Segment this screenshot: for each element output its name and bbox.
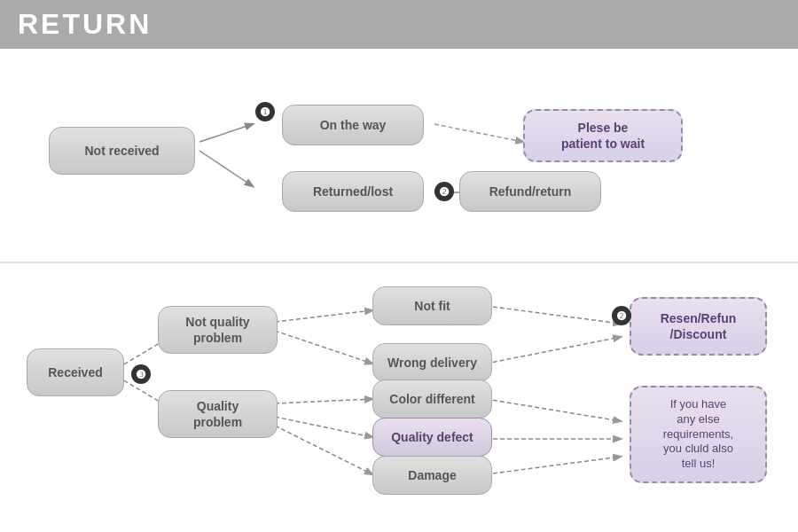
wrong-delivery-node: Wrong delivery (372, 343, 492, 382)
badge-3: ❸ (131, 364, 151, 384)
badge-1: ❶ (255, 102, 275, 121)
not-fit-node: Not fit (372, 286, 492, 325)
svg-line-9 (275, 417, 372, 437)
header: RETURN (0, 0, 798, 49)
not-quality-problem-node: Not quality problem (158, 306, 278, 354)
color-different-node: Color different (372, 379, 492, 419)
please-wait-node: Plese be patient to wait (523, 109, 683, 162)
badge-2-bottom: ❷ (612, 306, 631, 325)
svg-line-0 (200, 124, 253, 142)
refund-return-node: Refund/return (459, 171, 601, 212)
not-received-node: Not received (49, 127, 195, 175)
svg-line-1 (200, 151, 253, 186)
svg-line-7 (275, 331, 372, 364)
svg-line-15 (486, 457, 621, 474)
svg-line-6 (275, 310, 372, 322)
badge-2-top: ❷ (434, 182, 454, 201)
page-title: RETURN (18, 8, 152, 41)
quality-problem-node: Quality problem (158, 390, 278, 438)
svg-line-10 (275, 426, 372, 474)
returned-lost-node: Returned/lost (282, 171, 424, 212)
quality-defect-node: Quality defect (372, 418, 492, 457)
main-area: Not received ❶ On the way Returned/lost … (0, 49, 798, 532)
svg-line-11 (486, 306, 621, 324)
on-the-way-node: On the way (282, 105, 424, 145)
if-you-have-node: If you have any else requirements, you c… (630, 386, 767, 483)
svg-line-8 (275, 399, 372, 403)
received-node: Received (27, 348, 124, 396)
svg-line-2 (434, 124, 523, 142)
damage-node: Damage (372, 456, 492, 495)
svg-line-13 (486, 399, 621, 421)
svg-line-12 (486, 337, 621, 364)
divider (0, 262, 798, 263)
resen-refund-discount-node: Resen/Refun /Discount (630, 297, 767, 356)
